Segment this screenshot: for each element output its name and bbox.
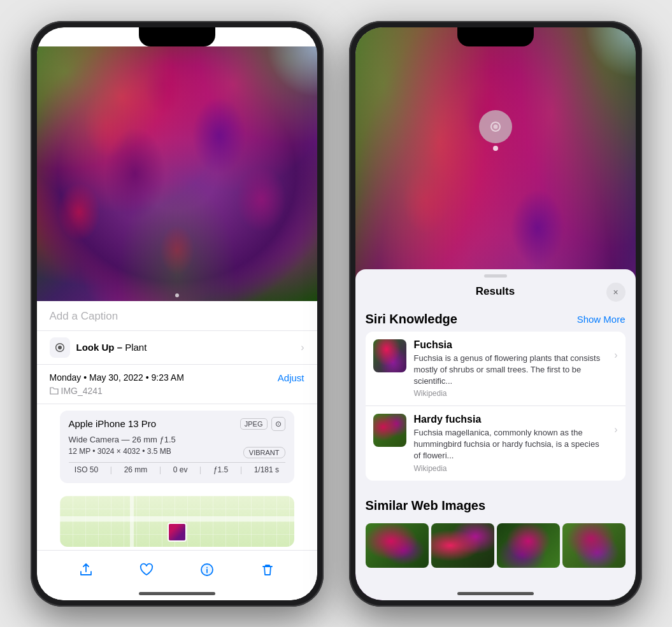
share-button[interactable] xyxy=(75,558,97,581)
svg-point-3 xyxy=(201,564,213,575)
siri-knowledge-title: Siri Knowledge xyxy=(366,312,457,327)
map-area[interactable] xyxy=(60,496,294,547)
results-close-button[interactable]: × xyxy=(606,283,626,302)
favorite-button[interactable] xyxy=(135,558,158,581)
hardy-source: Wikipedia xyxy=(414,464,607,473)
adjust-button[interactable]: Adjust xyxy=(278,372,304,383)
similar-title: Similar Web Images xyxy=(366,498,486,513)
location-icon: ⊙ xyxy=(271,417,285,431)
map-thumbnail xyxy=(168,523,187,542)
hardy-chevron: › xyxy=(614,424,617,435)
similar-image-3[interactable] xyxy=(497,523,560,568)
hardy-desc: Fuchsia magellanica, commonly known as t… xyxy=(414,427,607,462)
fuchsia-source: Wikipedia xyxy=(414,389,607,398)
meta-filename: IMG_4241 xyxy=(50,386,304,396)
map-road-v xyxy=(130,496,134,547)
notch xyxy=(139,27,215,46)
knowledge-item-fuchsia[interactable]: Fuchsia Fuchsia is a genus of flowering … xyxy=(366,332,626,407)
similar-image-4[interactable] xyxy=(562,523,626,568)
photo-area[interactable] xyxy=(37,46,317,301)
similar-header: Similar Web Images xyxy=(366,491,626,518)
style-badge: VIBRANT xyxy=(243,447,285,458)
fuchsia-text: Fuchsia Fuchsia is a genus of flowering … xyxy=(414,339,607,398)
shutter-value: 1/181 s xyxy=(254,465,279,474)
fuchsia-chevron: › xyxy=(614,349,617,361)
camera-name: Apple iPhone 13 Pro xyxy=(69,418,157,429)
delete-button[interactable] xyxy=(256,558,279,581)
info-button[interactable] xyxy=(196,558,218,581)
siri-circle xyxy=(479,110,512,143)
similar-image-1[interactable] xyxy=(366,523,429,568)
siri-visual-lookup[interactable] xyxy=(479,110,512,143)
lookup-text: Look Up – Plant xyxy=(76,342,147,353)
hardy-text: Hardy fuchsia Fuchsia magellanica, commo… xyxy=(414,414,607,473)
iso-value: ISO 50 xyxy=(75,465,98,474)
right-notch xyxy=(457,27,534,46)
page-dot xyxy=(175,293,179,297)
lookup-chevron: › xyxy=(301,342,304,353)
right-phone: Results × Siri Knowledge Show More xyxy=(349,21,642,607)
ev-value: 0 ev xyxy=(173,465,188,474)
home-bar xyxy=(139,592,215,595)
focal-value: 26 mm xyxy=(124,465,148,474)
camera-section: Apple iPhone 13 Pro JPEG ⊙ Wide Camera —… xyxy=(60,411,294,483)
svg-point-4 xyxy=(493,124,497,129)
similar-section: Similar Web Images xyxy=(366,491,626,568)
show-more-button[interactable]: Show More xyxy=(577,314,626,325)
siri-dot xyxy=(493,146,498,151)
knowledge-item-hardy-fuchsia[interactable]: Hardy fuchsia Fuchsia magellanica, commo… xyxy=(366,406,626,481)
results-content: Siri Knowledge Show More Fuchsia Fuchsia… xyxy=(355,304,636,597)
hardy-thumbnail xyxy=(373,414,406,447)
results-handle xyxy=(484,274,507,278)
map-road-h xyxy=(60,516,294,521)
fuchsia-name: Fuchsia xyxy=(414,339,607,351)
similar-images-row xyxy=(366,523,626,568)
right-home-bar xyxy=(457,592,534,595)
resolution-spec: 12 MP • 3024 × 4032 • 3.5 MB xyxy=(69,447,171,458)
exif-row: ISO 50 | 26 mm | 0 ev | ƒ1.5 | 1/181 s xyxy=(69,462,285,477)
format-badge: JPEG xyxy=(240,418,268,430)
camera-type: Wide Camera — 26 mm ƒ1.5 xyxy=(69,435,285,444)
caption-placeholder[interactable]: Add a Caption xyxy=(50,310,118,322)
left-phone: Add a Caption Look Up – Plant xyxy=(31,21,324,607)
siri-knowledge-list: Fuchsia Fuchsia is a genus of flowering … xyxy=(366,332,626,481)
bottom-sheet: Add a Caption Look Up – Plant xyxy=(37,301,317,550)
aperture-value: ƒ1.5 xyxy=(213,465,228,474)
visual-lookup-icon xyxy=(50,337,70,358)
caption-area[interactable]: Add a Caption xyxy=(37,301,317,331)
meta-section: Monday • May 30, 2022 • 9:23 AM Adjust I… xyxy=(37,365,317,404)
fuchsia-thumbnail xyxy=(373,339,406,372)
svg-point-0 xyxy=(58,346,62,349)
results-title: Results xyxy=(476,285,515,298)
results-sheet: Results × Siri Knowledge Show More xyxy=(355,269,636,600)
lookup-row[interactable]: Look Up – Plant › xyxy=(37,331,317,365)
results-header: Results × xyxy=(355,283,636,304)
siri-knowledge-header: Siri Knowledge Show More xyxy=(366,304,626,332)
similar-image-2[interactable] xyxy=(431,523,494,568)
sky-bg xyxy=(266,46,317,97)
meta-date: Monday • May 30, 2022 • 9:23 AM xyxy=(50,372,184,383)
camera-badges: JPEG ⊙ xyxy=(240,417,285,431)
right-sky-bg xyxy=(585,27,636,78)
fuchsia-desc: Fuchsia is a genus of flowering plants t… xyxy=(414,353,607,388)
hardy-name: Hardy fuchsia xyxy=(414,414,607,425)
